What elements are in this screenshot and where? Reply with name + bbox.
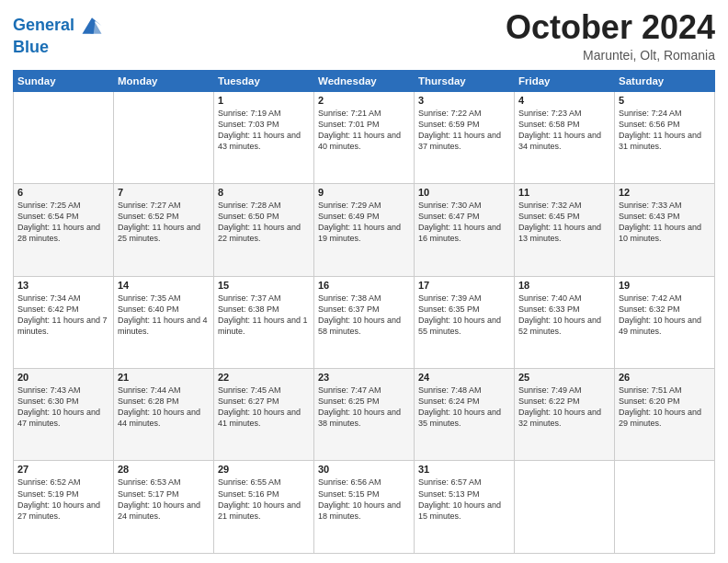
table-row: 30Sunrise: 6:56 AMSunset: 5:15 PMDayligh… bbox=[314, 461, 415, 554]
cell-info: Sunrise: 7:22 AMSunset: 6:59 PMDaylight:… bbox=[418, 108, 510, 153]
cell-info: Sunrise: 7:48 AMSunset: 6:24 PMDaylight:… bbox=[418, 385, 510, 430]
cell-info: Sunrise: 7:32 AMSunset: 6:45 PMDaylight:… bbox=[518, 200, 610, 245]
table-row: 14Sunrise: 7:35 AMSunset: 6:40 PMDayligh… bbox=[114, 276, 214, 368]
col-thursday: Thursday bbox=[415, 70, 515, 91]
table-row: 11Sunrise: 7:32 AMSunset: 6:45 PMDayligh… bbox=[515, 184, 615, 276]
table-row: 18Sunrise: 7:40 AMSunset: 6:33 PMDayligh… bbox=[515, 276, 615, 368]
table-row: 3Sunrise: 7:22 AMSunset: 6:59 PMDaylight… bbox=[415, 91, 515, 183]
cell-info: Sunrise: 7:49 AMSunset: 6:22 PMDaylight:… bbox=[518, 385, 610, 430]
cell-info: Sunrise: 7:29 AMSunset: 6:49 PMDaylight:… bbox=[318, 200, 410, 245]
col-wednesday: Wednesday bbox=[314, 70, 415, 91]
col-tuesday: Tuesday bbox=[214, 70, 314, 91]
cell-info: Sunrise: 6:53 AMSunset: 5:17 PMDaylight:… bbox=[118, 477, 210, 522]
table-row: 13Sunrise: 7:34 AMSunset: 6:42 PMDayligh… bbox=[14, 276, 114, 368]
day-number: 16 bbox=[318, 280, 410, 291]
table-row: 24Sunrise: 7:48 AMSunset: 6:24 PMDayligh… bbox=[415, 369, 515, 461]
cell-info: Sunrise: 7:19 AMSunset: 7:03 PMDaylight:… bbox=[218, 108, 310, 153]
day-number: 9 bbox=[318, 187, 410, 198]
table-row: 8Sunrise: 7:28 AMSunset: 6:50 PMDaylight… bbox=[214, 184, 314, 276]
cell-info: Sunrise: 6:52 AMSunset: 5:19 PMDaylight:… bbox=[17, 477, 109, 522]
table-row bbox=[14, 91, 114, 183]
table-row: 16Sunrise: 7:38 AMSunset: 6:37 PMDayligh… bbox=[314, 276, 415, 368]
cell-info: Sunrise: 6:55 AMSunset: 5:16 PMDaylight:… bbox=[218, 477, 310, 522]
table-row: 25Sunrise: 7:49 AMSunset: 6:22 PMDayligh… bbox=[515, 369, 615, 461]
cell-info: Sunrise: 7:27 AMSunset: 6:52 PMDaylight:… bbox=[118, 200, 210, 245]
cell-info: Sunrise: 7:28 AMSunset: 6:50 PMDaylight:… bbox=[218, 200, 310, 245]
col-sunday: Sunday bbox=[14, 70, 114, 91]
day-number: 3 bbox=[418, 95, 510, 106]
table-row: 10Sunrise: 7:30 AMSunset: 6:47 PMDayligh… bbox=[415, 184, 515, 276]
day-number: 27 bbox=[17, 464, 109, 475]
cell-info: Sunrise: 7:30 AMSunset: 6:47 PMDaylight:… bbox=[418, 200, 510, 245]
day-number: 14 bbox=[118, 280, 210, 291]
cell-info: Sunrise: 7:34 AMSunset: 6:42 PMDaylight:… bbox=[17, 293, 109, 338]
day-number: 28 bbox=[118, 464, 210, 475]
table-row: 12Sunrise: 7:33 AMSunset: 6:43 PMDayligh… bbox=[615, 184, 715, 276]
table-row: 15Sunrise: 7:37 AMSunset: 6:38 PMDayligh… bbox=[214, 276, 314, 368]
table-row: 7Sunrise: 7:27 AMSunset: 6:52 PMDaylight… bbox=[114, 184, 214, 276]
cell-info: Sunrise: 6:56 AMSunset: 5:15 PMDaylight:… bbox=[318, 477, 410, 522]
logo: General Blue bbox=[13, 13, 105, 57]
day-number: 6 bbox=[17, 187, 109, 198]
table-row: 19Sunrise: 7:42 AMSunset: 6:32 PMDayligh… bbox=[615, 276, 715, 368]
table-row: 26Sunrise: 7:51 AMSunset: 6:20 PMDayligh… bbox=[615, 369, 715, 461]
table-row: 1Sunrise: 7:19 AMSunset: 7:03 PMDaylight… bbox=[214, 91, 314, 183]
title-block: October 2024 Maruntei, Olt, Romania bbox=[506, 9, 715, 63]
location-subtitle: Maruntei, Olt, Romania bbox=[506, 48, 715, 63]
col-monday: Monday bbox=[114, 70, 214, 91]
cell-info: Sunrise: 7:39 AMSunset: 6:35 PMDaylight:… bbox=[418, 293, 510, 338]
table-row: 4Sunrise: 7:23 AMSunset: 6:58 PMDaylight… bbox=[515, 91, 615, 183]
cell-info: Sunrise: 7:51 AMSunset: 6:20 PMDaylight:… bbox=[619, 385, 711, 430]
day-number: 11 bbox=[518, 187, 610, 198]
day-number: 15 bbox=[218, 280, 310, 291]
col-saturday: Saturday bbox=[615, 70, 715, 91]
table-row: 27Sunrise: 6:52 AMSunset: 5:19 PMDayligh… bbox=[14, 461, 114, 554]
logo-text: General bbox=[13, 17, 74, 35]
day-number: 26 bbox=[619, 372, 711, 383]
cell-info: Sunrise: 7:35 AMSunset: 6:40 PMDaylight:… bbox=[118, 293, 210, 338]
table-row: 2Sunrise: 7:21 AMSunset: 7:01 PMDaylight… bbox=[314, 91, 415, 183]
day-number: 25 bbox=[518, 372, 610, 383]
table-row: 21Sunrise: 7:44 AMSunset: 6:28 PMDayligh… bbox=[114, 369, 214, 461]
day-number: 2 bbox=[318, 95, 410, 106]
day-number: 18 bbox=[518, 280, 610, 291]
month-title: October 2024 bbox=[506, 9, 715, 46]
day-number: 1 bbox=[218, 95, 310, 106]
table-row: 6Sunrise: 7:25 AMSunset: 6:54 PMDaylight… bbox=[14, 184, 114, 276]
cell-info: Sunrise: 7:38 AMSunset: 6:37 PMDaylight:… bbox=[318, 293, 410, 338]
cell-info: Sunrise: 7:45 AMSunset: 6:27 PMDaylight:… bbox=[218, 385, 310, 430]
day-number: 13 bbox=[17, 280, 109, 291]
table-row bbox=[515, 461, 615, 554]
logo-text2: Blue bbox=[13, 39, 105, 57]
table-row: 9Sunrise: 7:29 AMSunset: 6:49 PMDaylight… bbox=[314, 184, 415, 276]
cell-info: Sunrise: 7:47 AMSunset: 6:25 PMDaylight:… bbox=[318, 385, 410, 430]
logo-icon bbox=[79, 13, 105, 39]
day-number: 30 bbox=[318, 464, 410, 475]
cell-info: Sunrise: 7:24 AMSunset: 6:56 PMDaylight:… bbox=[619, 108, 711, 153]
cell-info: Sunrise: 7:40 AMSunset: 6:33 PMDaylight:… bbox=[518, 293, 610, 338]
calendar-table: Sunday Monday Tuesday Wednesday Thursday… bbox=[13, 70, 715, 554]
cell-info: Sunrise: 7:33 AMSunset: 6:43 PMDaylight:… bbox=[619, 200, 711, 245]
table-row: 17Sunrise: 7:39 AMSunset: 6:35 PMDayligh… bbox=[415, 276, 515, 368]
day-number: 29 bbox=[218, 464, 310, 475]
day-number: 21 bbox=[118, 372, 210, 383]
day-number: 19 bbox=[619, 280, 711, 291]
cell-info: Sunrise: 7:42 AMSunset: 6:32 PMDaylight:… bbox=[619, 293, 711, 338]
table-row: 22Sunrise: 7:45 AMSunset: 6:27 PMDayligh… bbox=[214, 369, 314, 461]
header: General Blue October 2024 Maruntei, Olt,… bbox=[13, 9, 715, 63]
day-number: 4 bbox=[518, 95, 610, 106]
day-number: 10 bbox=[418, 187, 510, 198]
col-friday: Friday bbox=[515, 70, 615, 91]
table-row: 5Sunrise: 7:24 AMSunset: 6:56 PMDaylight… bbox=[615, 91, 715, 183]
cell-info: Sunrise: 7:37 AMSunset: 6:38 PMDaylight:… bbox=[218, 293, 310, 338]
table-row bbox=[615, 461, 715, 554]
day-number: 5 bbox=[619, 95, 711, 106]
day-number: 22 bbox=[218, 372, 310, 383]
table-row bbox=[114, 91, 214, 183]
cell-info: Sunrise: 6:57 AMSunset: 5:13 PMDaylight:… bbox=[418, 477, 510, 522]
day-number: 17 bbox=[418, 280, 510, 291]
table-row: 23Sunrise: 7:47 AMSunset: 6:25 PMDayligh… bbox=[314, 369, 415, 461]
day-number: 24 bbox=[418, 372, 510, 383]
day-number: 31 bbox=[418, 464, 510, 475]
calendar-page: General Blue October 2024 Maruntei, Olt,… bbox=[0, 0, 728, 563]
